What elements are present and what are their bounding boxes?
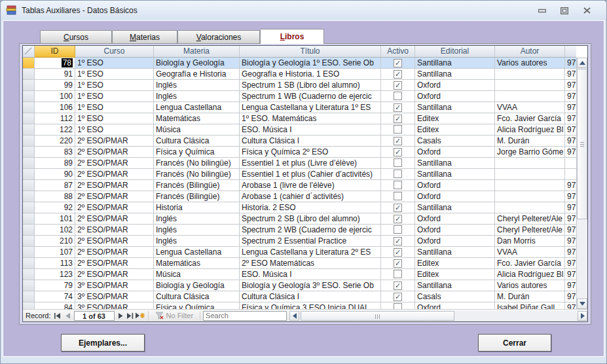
record-selector[interactable]	[23, 191, 35, 202]
tab-materias[interactable]: Materias	[112, 30, 177, 44]
cell-editorial[interactable]: Oxford	[415, 225, 495, 236]
activo-checkbox[interactable]: ✓	[394, 204, 402, 212]
cell-curso[interactable]: 1º ESO	[75, 80, 154, 91]
cell-materia[interactable]: Inglés	[154, 91, 240, 102]
cell-titulo[interactable]: 2º ESO Matemáticas	[240, 258, 381, 269]
cell-activo[interactable]: ✓	[381, 258, 415, 269]
activo-checkbox[interactable]	[394, 225, 402, 234]
cell-id[interactable]: 123	[35, 269, 75, 280]
cell-curso[interactable]: 1º ESO	[75, 124, 154, 136]
cell-titulo[interactable]: Física y Química 2º ESO	[240, 147, 381, 158]
last-record-icon[interactable]	[126, 311, 136, 321]
cell-id[interactable]: 84	[35, 302, 75, 309]
cell-curso[interactable]: 1º ESO	[75, 58, 154, 69]
cell-autor[interactable]	[495, 80, 565, 91]
cell-editorial[interactable]: Editex	[415, 124, 495, 136]
cell-titulo[interactable]: Spectrum 2 SB (Libro del alumno)	[240, 213, 381, 225]
cell-isbn[interactable]	[565, 158, 576, 169]
cell-editorial[interactable]: Oxford	[415, 180, 495, 191]
minimize-icon[interactable]	[537, 7, 547, 14]
record-selector[interactable]	[23, 180, 35, 191]
cell-curso[interactable]: 3º ESO/PMAR	[75, 302, 154, 309]
cell-id[interactable]: 113	[35, 258, 75, 269]
record-selector[interactable]	[23, 147, 35, 158]
cell-activo[interactable]: ✓	[381, 291, 415, 302]
scroll-down-icon[interactable]	[577, 299, 587, 309]
scroll-up-icon[interactable]	[577, 58, 587, 68]
activo-checkbox[interactable]: ✓	[394, 59, 402, 67]
scroll-right-icon[interactable]	[578, 311, 587, 321]
column-header-isbn[interactable]	[565, 46, 576, 58]
cell-editorial[interactable]: Oxford	[415, 213, 495, 225]
record-selector[interactable]	[23, 213, 35, 225]
cell-curso[interactable]: 2º ESO/PMAR	[75, 169, 154, 180]
activo-checkbox[interactable]: ✓	[394, 293, 402, 301]
cell-activo[interactable]: ✓	[381, 213, 415, 225]
cell-materia[interactable]: Física y Química	[154, 147, 240, 158]
record-selector[interactable]	[23, 280, 35, 291]
cell-activo[interactable]	[381, 302, 415, 309]
cell-curso[interactable]: 2º ESO/PMAR	[75, 247, 154, 258]
cell-isbn[interactable]: 97	[565, 191, 576, 202]
record-selector[interactable]	[23, 291, 35, 302]
cell-activo[interactable]: ✓	[381, 102, 415, 113]
cell-id[interactable]: 74	[35, 291, 75, 302]
cell-activo[interactable]: ✓	[381, 236, 415, 247]
activo-checkbox[interactable]: ✓	[394, 237, 402, 246]
no-filter-button[interactable]: No Filter	[151, 312, 198, 319]
cell-autor[interactable]: Varios autores	[495, 58, 565, 69]
cell-titulo[interactable]: Cultura Clásica I	[240, 291, 381, 302]
cell-id[interactable]: 91	[35, 69, 75, 80]
cell-id[interactable]: 87	[35, 180, 75, 191]
activo-checkbox[interactable]: ✓	[394, 259, 402, 268]
cell-id[interactable]: 78	[35, 58, 75, 69]
cell-editorial[interactable]: Santillana	[415, 169, 495, 180]
cell-titulo[interactable]: Biología y Geología 1º ESO. Serie Ob	[240, 58, 381, 69]
cell-activo[interactable]	[381, 169, 415, 180]
activo-checkbox[interactable]: ✓	[394, 115, 402, 123]
cell-autor[interactable]: Cheryl Pelteret/Ale	[495, 225, 565, 236]
cell-activo[interactable]: ✓	[381, 147, 415, 158]
cell-editorial[interactable]: Oxford	[415, 91, 495, 102]
cell-titulo[interactable]: ESO. Música I	[240, 124, 381, 136]
cell-id[interactable]: 122	[35, 124, 75, 136]
cell-autor[interactable]: M. Durán	[495, 136, 565, 147]
cell-materia[interactable]: Música	[154, 269, 240, 280]
cell-id[interactable]: 102	[35, 225, 75, 236]
record-selector[interactable]	[23, 124, 35, 136]
cell-id[interactable]: 106	[35, 102, 75, 113]
cell-materia[interactable]: Inglés	[154, 225, 240, 236]
cell-activo[interactable]: ✓	[381, 58, 415, 69]
cell-materia[interactable]: Lengua Castellana	[154, 102, 240, 113]
cell-materia[interactable]: Francés (No bilingüe)	[154, 158, 240, 169]
cell-titulo[interactable]: Essentiel 1 et plus (Livre d’élève)	[240, 158, 381, 169]
cell-editorial[interactable]: Oxford	[415, 147, 495, 158]
cell-isbn[interactable]: 97	[565, 280, 576, 291]
close-icon[interactable]	[581, 7, 592, 14]
cell-materia[interactable]: Francés (No bilingüe)	[154, 169, 240, 180]
cell-id[interactable]: 220	[35, 136, 75, 147]
cell-autor[interactable]	[495, 158, 565, 169]
cell-autor[interactable]: Fco. Javier García	[495, 258, 565, 269]
cell-titulo[interactable]: 1º ESO. Matemáticas	[240, 113, 381, 124]
cell-activo[interactable]	[381, 191, 415, 202]
record-selector[interactable]	[23, 258, 35, 269]
cell-id[interactable]: 89	[35, 158, 75, 169]
activo-checkbox[interactable]	[394, 170, 402, 178]
ejemplares-button[interactable]: Ejemplares...	[61, 334, 145, 352]
cell-materia[interactable]: Biología y Geología	[154, 280, 240, 291]
record-selector[interactable]	[23, 302, 35, 309]
activo-checkbox[interactable]	[394, 158, 402, 167]
activo-checkbox[interactable]: ✓	[394, 81, 402, 90]
activo-checkbox[interactable]: ✓	[394, 282, 402, 290]
cell-materia[interactable]: Francés (Bilingüe)	[154, 191, 240, 202]
cell-materia[interactable]: Historia	[154, 202, 240, 213]
cell-editorial[interactable]: Santillana	[415, 158, 495, 169]
scroll-left-icon[interactable]	[289, 311, 299, 321]
cerrar-button[interactable]: Cerrar	[478, 334, 551, 352]
cell-activo[interactable]: ✓	[381, 247, 415, 258]
next-record-icon[interactable]	[116, 311, 126, 321]
cell-id[interactable]: 83	[35, 147, 75, 158]
record-selector[interactable]	[23, 247, 35, 258]
cell-activo[interactable]	[381, 269, 415, 280]
